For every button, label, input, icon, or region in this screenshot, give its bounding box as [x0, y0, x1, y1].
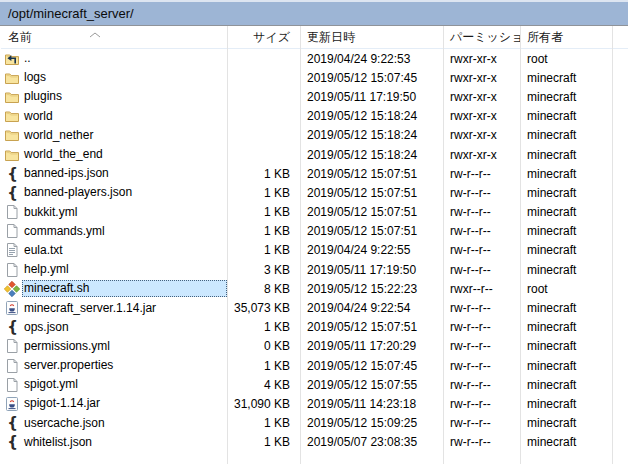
file-name: whitelist.json — [22, 434, 95, 451]
file-name-cell: world_the_end — [1, 146, 227, 163]
file-name: world_the_end — [22, 146, 106, 163]
file-row[interactable]: ..2019/04/24 9:22:53rwxr-xr-xroot — [1, 49, 628, 68]
file-name: permissions.yml — [22, 338, 113, 355]
file-owner: minecraft — [520, 243, 612, 257]
file-row[interactable]: {banned-players.json1 KB2019/05/12 15:07… — [1, 183, 628, 202]
file-name-cell: {banned-ips.json — [1, 165, 227, 182]
file-size: 1 KB — [227, 416, 300, 430]
file-name-cell: commands.yml — [1, 223, 227, 240]
file-permissions: rw-r--r-- — [443, 243, 520, 257]
json-file-icon: { — [4, 319, 20, 335]
folder-icon — [4, 70, 20, 86]
file-row[interactable]: commands.yml1 KB2019/05/12 15:07:51rw-r-… — [1, 222, 628, 241]
file-permissions: rwxr-xr-x — [443, 71, 520, 85]
file-row[interactable]: world2019/05/12 15:18:24rwxr-xr-xminecra… — [1, 107, 628, 126]
file-owner: root — [520, 52, 612, 66]
file-name-cell: bukkit.yml — [1, 204, 227, 221]
file-permissions: rw-r--r-- — [443, 435, 520, 449]
file-owner: minecraft — [520, 435, 612, 449]
file-name-cell: minecraft.sh — [1, 280, 227, 297]
file-row[interactable]: {ops.json1 KB2019/05/12 15:07:51rw-r--r-… — [1, 318, 628, 337]
file-name-cell: {ops.json — [1, 319, 227, 336]
file-size: 1 KB — [227, 167, 300, 181]
json-file-icon: { — [4, 415, 20, 431]
file-owner: minecraft — [520, 359, 612, 373]
file-permissions: rwxr-xr-x — [443, 128, 520, 142]
file-permissions: rw-r--r-- — [443, 205, 520, 219]
file-row[interactable]: minecraft_server.1.14.jar35,073 KB2019/0… — [1, 298, 628, 317]
file-permissions: rw-r--r-- — [443, 416, 520, 430]
file-name: logs — [22, 69, 49, 86]
file-row[interactable]: plugins2019/05/11 17:19:50rwxr-xr-xminec… — [1, 87, 628, 106]
file-name-cell: {usercache.json — [1, 415, 227, 432]
svg-text:{: { — [7, 166, 18, 182]
file-owner: minecraft — [520, 71, 612, 85]
column-header-size[interactable]: サイズ — [227, 26, 300, 48]
file-owner: minecraft — [520, 148, 612, 162]
file-row[interactable]: world_the_end2019/05/12 15:18:24rwxr-xr-… — [1, 145, 628, 164]
blank-file-icon — [4, 338, 20, 354]
jar-file-icon — [4, 396, 20, 412]
file-name: spigot.yml — [22, 376, 81, 393]
file-name: eula.txt — [22, 242, 66, 259]
file-size: 1 KB — [227, 435, 300, 449]
column-separator — [300, 26, 301, 464]
file-name: .. — [22, 50, 34, 67]
file-name-cell: server.properties — [1, 357, 227, 374]
blank-file-icon — [4, 358, 20, 374]
file-size: 1 KB — [227, 320, 300, 334]
file-owner: minecraft — [520, 167, 612, 181]
json-file-icon: { — [4, 434, 20, 450]
sort-ascending-icon — [89, 27, 101, 41]
path-bar[interactable]: /opt/minecraft_server/ — [0, 0, 628, 26]
file-name: banned-players.json — [22, 184, 135, 201]
file-modified: 2019/05/12 15:18:24 — [300, 109, 443, 123]
file-row[interactable]: {banned-ips.json1 KB2019/05/12 15:07:51r… — [1, 164, 628, 183]
file-permissions: rwxr-xr-x — [443, 52, 520, 66]
file-name-selected: minecraft.sh — [22, 280, 227, 297]
file-row[interactable]: spigot-1.14.jar31,090 KB2019/05/11 14:23… — [1, 394, 628, 413]
file-row[interactable]: eula.txt1 KB2019/04/24 9:22:55rw-r--r--m… — [1, 241, 628, 260]
file-modified: 2019/05/12 15:07:51 — [300, 186, 443, 200]
file-name: world_nether — [22, 127, 96, 144]
file-row[interactable]: logs2019/05/12 15:07:45rwxr-xr-xminecraf… — [1, 68, 628, 87]
file-permissions: rw-r--r-- — [443, 301, 520, 315]
file-owner: minecraft — [520, 186, 612, 200]
file-row[interactable]: bukkit.yml1 KB2019/05/12 15:07:51rw-r--r… — [1, 203, 628, 222]
file-owner: minecraft — [520, 320, 612, 334]
file-row[interactable]: help.yml3 KB2019/05/11 17:19:50rw-r--r--… — [1, 260, 628, 279]
file-name: ops.json — [22, 319, 72, 336]
file-permissions: rw-r--r-- — [443, 224, 520, 238]
file-modified: 2019/05/12 15:07:51 — [300, 167, 443, 181]
file-modified: 2019/05/12 15:07:45 — [300, 359, 443, 373]
column-header-name[interactable]: 名前 — [1, 26, 227, 48]
file-row[interactable]: world_nether2019/05/12 15:18:24rwxr-xr-x… — [1, 126, 628, 145]
file-row[interactable]: minecraft.sh8 KB2019/05/12 15:22:23rwxr-… — [1, 279, 628, 298]
file-owner: minecraft — [520, 205, 612, 219]
file-name: banned-ips.json — [22, 165, 112, 182]
column-header-owner[interactable]: 所有者 — [520, 26, 612, 48]
parent-folder-icon — [4, 51, 20, 67]
file-row[interactable]: spigot.yml4 KB2019/05/12 15:07:55rw-r--r… — [1, 375, 628, 394]
file-modified: 2019/05/12 15:22:23 — [300, 282, 443, 296]
file-row[interactable]: {whitelist.json1 KB2019/05/07 23:08:35rw… — [1, 433, 628, 452]
jar-file-icon — [4, 300, 20, 316]
file-name-cell: plugins — [1, 88, 227, 105]
column-header-modified[interactable]: 更新日時 — [300, 26, 443, 48]
file-row[interactable]: {usercache.json1 KB2019/05/12 15:09:25rw… — [1, 414, 628, 433]
file-name: spigot-1.14.jar — [22, 395, 103, 412]
file-modified: 2019/05/12 15:09:25 — [300, 416, 443, 430]
file-modified: 2019/05/11 14:23:18 — [300, 397, 443, 411]
blank-file-icon — [4, 377, 20, 393]
column-header-permissions[interactable]: パーミッション — [443, 26, 520, 48]
file-size: 31,090 KB — [227, 397, 300, 411]
file-modified: 2019/05/12 15:07:51 — [300, 320, 443, 334]
file-manager-panel: /opt/minecraft_server/ 名前 サイズ 更新日時 パーミッシ… — [0, 0, 628, 464]
file-rows: ..2019/04/24 9:22:53rwxr-xr-xrootlogs201… — [1, 49, 628, 452]
column-separator — [227, 26, 228, 464]
folder-icon — [4, 108, 20, 124]
file-modified: 2019/05/11 17:19:50 — [300, 263, 443, 277]
file-permissions: rw-r--r-- — [443, 320, 520, 334]
file-row[interactable]: server.properties1 KB2019/05/12 15:07:45… — [1, 356, 628, 375]
file-row[interactable]: permissions.yml0 KB2019/05/11 17:20:29rw… — [1, 337, 628, 356]
